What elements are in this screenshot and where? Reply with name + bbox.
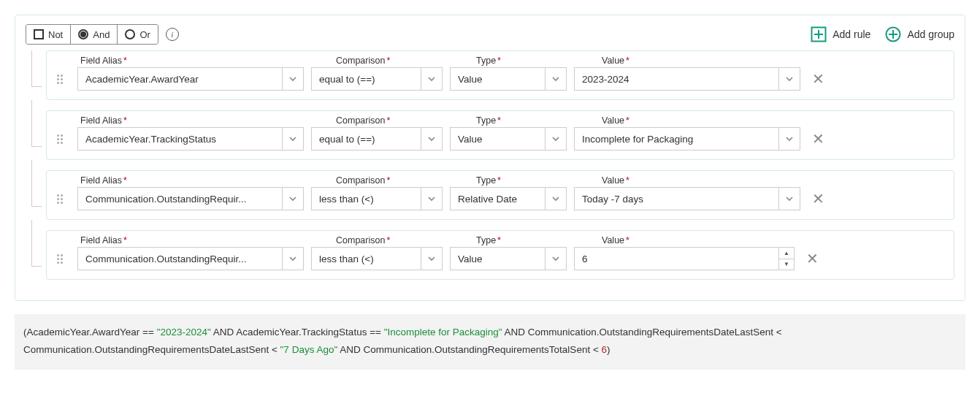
rule-card: Field Alias*Comparison*Type*Value*Academ… (46, 50, 954, 100)
remove-rule-button[interactable]: ✕ (811, 70, 825, 88)
connector-line (31, 50, 42, 87)
field-alias-text: Communication.OutstandingRequir... (77, 247, 282, 270)
comparison-text: equal to (==) (311, 67, 421, 91)
connector-line (31, 160, 42, 207)
chevron-down-icon (551, 194, 560, 203)
code-number: 6 (602, 344, 608, 355)
chevron-down-icon (427, 75, 436, 83)
type-label: Type* (476, 175, 602, 186)
dropdown-button[interactable] (545, 67, 567, 91)
field-alias-select[interactable]: AcademicYear.AwardYear (77, 67, 304, 91)
value-select[interactable]: 2023-2024 (574, 67, 800, 91)
dropdown-button[interactable] (421, 127, 443, 150)
chevron-down-icon (427, 134, 436, 143)
dropdown-button[interactable] (778, 67, 800, 91)
dropdown-button[interactable] (421, 67, 443, 91)
comparison-label: Comparison* (336, 115, 476, 126)
rule-row: Field Alias*Comparison*Type*Value*Academ… (31, 50, 954, 100)
remove-rule-button[interactable]: ✕ (811, 130, 825, 148)
value-text: Today -7 days (574, 187, 778, 210)
dropdown-button[interactable] (778, 127, 800, 150)
dropdown-button[interactable] (282, 127, 304, 150)
type-select[interactable]: Value (450, 247, 567, 270)
comparison-text: less than (<) (311, 247, 421, 270)
value-select[interactable]: Today -7 days (574, 187, 800, 210)
value-number-input[interactable]: 6▲▼ (574, 247, 795, 270)
number-spinner: ▲▼ (778, 247, 795, 270)
value-text: 2023-2024 (574, 67, 778, 91)
radio-icon (125, 29, 135, 39)
and-label: And (93, 29, 110, 40)
field-alias-select[interactable]: Communication.OutstandingRequir... (77, 187, 304, 210)
connector-line (31, 100, 42, 147)
spin-up-icon[interactable]: ▲ (779, 248, 794, 259)
condition-combinator-group: Not And Or (26, 24, 158, 45)
type-text: Value (450, 247, 545, 270)
field-alias-select[interactable]: Communication.OutstandingRequir... (77, 247, 304, 270)
dropdown-button[interactable] (421, 187, 443, 210)
chevron-down-icon (785, 194, 794, 203)
code-string: "7 Days Ago" (280, 344, 338, 355)
add-rule-button[interactable]: Add rule (811, 26, 870, 42)
dropdown-button[interactable] (282, 67, 304, 91)
comparison-text: less than (<) (311, 187, 421, 210)
chevron-down-icon (551, 75, 560, 83)
not-label: Not (48, 29, 63, 40)
type-select[interactable]: Value (450, 67, 567, 91)
chevron-down-icon (288, 134, 297, 143)
rule-card: Field Alias*Comparison*Type*Value*Commun… (46, 170, 954, 220)
or-radio[interactable]: Or (118, 25, 157, 44)
comparison-select[interactable]: less than (<) (311, 247, 443, 270)
rule-row: Field Alias*Comparison*Type*Value*Commun… (31, 230, 954, 280)
chevron-down-icon (288, 75, 297, 83)
info-icon[interactable]: i (166, 28, 179, 41)
rules-container: Field Alias*Comparison*Type*Value*Academ… (26, 50, 954, 280)
value-text: Incomplete for Packaging (574, 127, 778, 150)
code-string: "2023-2024" (157, 327, 211, 338)
dropdown-button[interactable] (545, 187, 567, 210)
dropdown-button[interactable] (421, 247, 443, 270)
spin-down-icon[interactable]: ▼ (779, 259, 794, 270)
type-label: Type* (476, 56, 602, 66)
plus-square-icon (811, 26, 827, 42)
comparison-label: Comparison* (336, 56, 476, 66)
add-rule-label: Add rule (832, 28, 870, 40)
value-label: Value* (602, 56, 629, 66)
drag-handle-icon[interactable] (54, 75, 66, 84)
drag-handle-icon[interactable] (54, 254, 66, 264)
type-select[interactable]: Value (450, 127, 567, 150)
chevron-down-icon (551, 254, 560, 263)
rule-row: Field Alias*Comparison*Type*Value*Commun… (31, 170, 954, 220)
field-alias-label: Field Alias* (80, 175, 336, 186)
comparison-select[interactable]: equal to (==) (311, 127, 443, 150)
add-group-button[interactable]: Add group (885, 26, 954, 42)
or-label: Or (139, 29, 150, 40)
builder-header: Not And Or i Add rule (26, 24, 954, 45)
drag-handle-icon[interactable] (54, 194, 66, 204)
dropdown-button[interactable] (778, 187, 800, 210)
remove-rule-button[interactable]: ✕ (811, 190, 825, 207)
code-text: AND Communication.OutstandingRequirement… (502, 327, 782, 338)
dropdown-button[interactable] (545, 127, 567, 150)
type-select[interactable]: Relative Date (450, 187, 567, 210)
comparison-select[interactable]: equal to (==) (311, 67, 443, 91)
comparison-text: equal to (==) (311, 127, 421, 150)
field-alias-label: Field Alias* (80, 56, 336, 66)
dropdown-button[interactable] (545, 247, 567, 270)
not-toggle[interactable]: Not (26, 25, 71, 44)
comparison-label: Comparison* (336, 235, 476, 245)
add-group-label: Add group (907, 28, 954, 40)
remove-rule-button[interactable]: ✕ (805, 250, 819, 267)
and-radio[interactable]: And (71, 25, 118, 44)
dropdown-button[interactable] (282, 187, 304, 210)
drag-handle-icon[interactable] (54, 134, 66, 144)
value-label: Value* (602, 235, 629, 245)
code-text: (AcademicYear.AwardYear == (23, 327, 157, 338)
rule-card: Field Alias*Comparison*Type*Value*Commun… (46, 230, 954, 280)
dropdown-button[interactable] (282, 247, 304, 270)
type-text: Value (450, 127, 545, 150)
field-alias-label: Field Alias* (80, 235, 336, 245)
value-select[interactable]: Incomplete for Packaging (574, 127, 800, 150)
field-alias-select[interactable]: AcademicYear.TrackingStatus (77, 127, 304, 150)
comparison-select[interactable]: less than (<) (311, 187, 443, 210)
